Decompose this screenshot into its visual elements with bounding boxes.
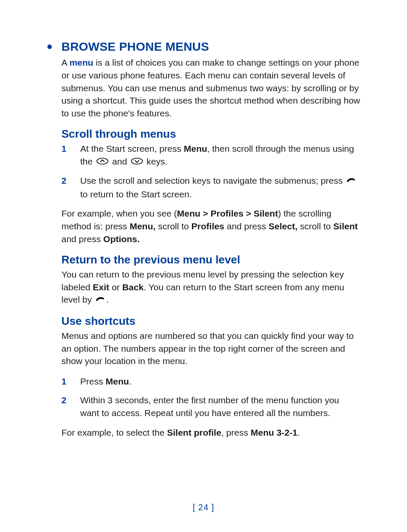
text: scroll to (156, 221, 192, 231)
text: . (297, 428, 300, 437)
text: . (129, 376, 131, 386)
section-heading: Scroll through menus (47, 127, 360, 141)
list-item: 1 Press Menu. (61, 375, 360, 388)
text: keys. (144, 156, 168, 166)
bold-text: Menu, (130, 221, 156, 231)
step-number: 1 (61, 375, 67, 388)
text: Press (80, 376, 106, 386)
text: Use the scroll and selection keys to nav… (80, 176, 345, 185)
term-menu: menu (70, 58, 93, 67)
steps-list: 1 Press Menu. 2 Within 3 seconds, enter … (47, 375, 360, 419)
bold-text: Select, (269, 221, 298, 231)
body-paragraph: Menus and options are numbered so that y… (47, 330, 360, 367)
bold-text: Silent (333, 221, 358, 231)
section-heading: Return to the previous menu level (47, 253, 360, 266)
step-number: 2 (61, 174, 67, 187)
text: and press (224, 221, 269, 231)
bold-text: Exit (93, 282, 110, 292)
end-call-icon (346, 175, 356, 188)
text: or (109, 282, 122, 292)
steps-list: 1 At the Start screen, press Menu, then … (47, 142, 360, 200)
main-heading: BROWSE PHONE MENUS (47, 40, 360, 54)
text: At the Start screen, press (80, 144, 184, 153)
end-call-icon (95, 294, 105, 307)
text: and (110, 156, 130, 166)
text: Within 3 seconds, enter the first number… (80, 395, 339, 418)
body-paragraph: You can return to the previous menu leve… (47, 268, 360, 307)
list-item: 1 At the Start screen, press Menu, then … (61, 142, 360, 168)
step-number: 1 (61, 142, 67, 155)
list-item: 2 Within 3 seconds, enter the first numb… (61, 394, 360, 419)
text: and press (61, 234, 103, 244)
bold-text: Menu > Profiles > Silent (177, 208, 278, 218)
text: For example, when you see ( (61, 208, 177, 218)
up-key-icon (96, 156, 109, 168)
text: , press (221, 428, 251, 437)
text: is a list of choices you can make to cha… (61, 58, 360, 118)
bold-text: Menu (184, 144, 207, 153)
text: For example, to select the (61, 428, 167, 437)
down-key-icon (131, 156, 143, 168)
bold-text: Profiles (192, 221, 224, 231)
text: . (106, 295, 109, 304)
text: A (61, 58, 70, 67)
document-page: BROWSE PHONE MENUS A menu is a list of c… (0, 0, 407, 532)
section-heading: Use shortcuts (47, 315, 360, 328)
example-paragraph: For example, to select the Silent profil… (47, 426, 360, 439)
page-number: [ 24 ] (0, 503, 407, 512)
example-paragraph: For example, when you see (Menu > Profil… (47, 207, 360, 245)
svg-point-0 (97, 158, 108, 164)
text: scroll to (297, 221, 333, 231)
bold-text: Menu (106, 376, 129, 386)
bold-text: Silent profile (167, 428, 221, 437)
list-item: 2 Use the scroll and selection keys to n… (61, 174, 360, 200)
bold-text: Back (122, 282, 143, 292)
bold-text: Menu 3-2-1 (251, 428, 298, 437)
bold-text: Options. (103, 234, 140, 244)
intro-paragraph: A menu is a list of choices you can make… (47, 56, 360, 120)
step-number: 2 (61, 394, 67, 407)
text: to return to the Start screen. (80, 189, 192, 199)
